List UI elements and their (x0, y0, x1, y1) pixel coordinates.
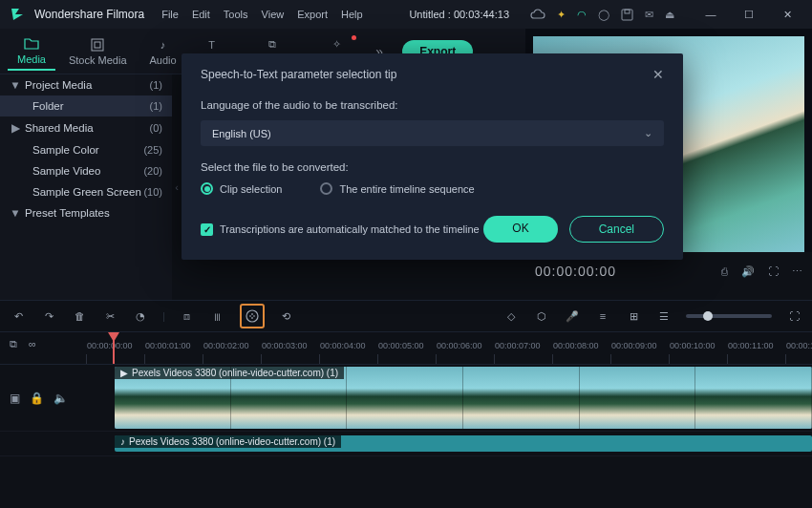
new-indicator-icon (352, 35, 356, 40)
audio-mixer-icon[interactable]: ⫼ (209, 307, 226, 325)
radio-clip-selection[interactable]: Clip selection (201, 182, 282, 195)
visibility-icon[interactable]: ▣ (10, 392, 20, 405)
playhead[interactable] (113, 332, 115, 365)
track-header[interactable]: ▣ 🔒 🔈 (0, 365, 86, 431)
window-controls: — ☐ ✕ (694, 3, 804, 26)
crop-icon[interactable]: ⧈ (179, 307, 196, 325)
undo-icon[interactable]: ↶ (10, 307, 27, 325)
mixer-icon[interactable]: ≡ (594, 307, 611, 325)
add-track-icon[interactable]: ⊞ (625, 307, 642, 325)
redo-icon[interactable]: ↷ (40, 307, 57, 325)
close-button[interactable]: ✕ (770, 3, 804, 26)
sidebar-item-sample-video[interactable]: Sample Video (20) (0, 160, 172, 181)
sidebar-item-sample-green-screen[interactable]: Sample Green Screen (10) (0, 181, 172, 202)
cloud-icon[interactable] (530, 9, 545, 20)
music-icon: ♪ (156, 37, 171, 53)
sidebar-label: Sample Video (29, 165, 143, 177)
tab-label: Stock Media (69, 54, 127, 66)
caret-down-icon: ▼ (10, 79, 21, 91)
track-header[interactable] (0, 432, 86, 455)
ruler-tick: 00:00:06:00 (436, 354, 494, 364)
ruler-tick: 00:00:04:00 (319, 354, 377, 364)
video-track: ▣ 🔒 🔈 ▶ Pexels Videos 3380 (online-video… (0, 365, 812, 432)
speed-icon[interactable]: ◔ (132, 307, 149, 325)
tab-media[interactable]: Media (8, 32, 55, 71)
tab-label: Media (17, 53, 46, 65)
save-icon[interactable] (621, 9, 633, 21)
zoom-fit-icon[interactable]: ⛶ (785, 307, 802, 325)
track-body[interactable]: ♪ Pexels Videos 3380 (online-video-cutte… (86, 432, 812, 455)
maximize-button[interactable]: ☐ (732, 3, 766, 26)
timeline-ruler[interactable]: ⧉ ∞ 00:00:00:0000:00:01:0000:00:02:0000:… (0, 332, 812, 365)
radio-label: Clip selection (220, 183, 282, 195)
stock-icon (90, 37, 105, 53)
menu-view[interactable]: View (262, 9, 285, 20)
minimize-button[interactable]: — (694, 3, 728, 26)
zoom-knob[interactable] (703, 311, 713, 321)
folder-icon (24, 36, 39, 52)
language-label: Language of the audio to be transcribed: (201, 99, 664, 111)
titlebar-icons: ✦ ◠ ◯ ✉ ⏏ (530, 9, 674, 21)
headphones-icon[interactable]: ◠ (577, 9, 587, 21)
delete-icon[interactable]: 🗑 (71, 307, 88, 325)
account-icon[interactable]: ◯ (598, 9, 609, 21)
auto-match-checkbox[interactable]: ✓ Transcriptions are automatically match… (201, 223, 480, 236)
play-icon: ▶ (120, 368, 128, 378)
radio-entire-timeline[interactable]: The entire timeline sequence (320, 182, 474, 195)
sidebar-item-preset-templates[interactable]: ▼ Preset Templates (0, 202, 172, 223)
language-select[interactable]: English (US) ⌄ (201, 120, 664, 146)
menu-edit[interactable]: Edit (192, 9, 210, 20)
fullscreen-icon[interactable]: ⛶ (768, 265, 779, 277)
refresh-icon[interactable]: ⟲ (278, 307, 295, 325)
sidebar-label: Shared Media (21, 122, 150, 134)
mute-icon[interactable]: 🔈 (53, 392, 68, 405)
document-title: Untitled : 00:03:44:13 (409, 9, 509, 20)
track-options-icon[interactable]: ☰ (655, 307, 673, 325)
voiceover-icon[interactable]: 🎤 (564, 307, 581, 325)
sidebar-count: (0) (150, 122, 162, 134)
ruler-tick: 00:00:10:00 (669, 354, 727, 364)
tab-audio[interactable]: ♪ Audio (140, 33, 186, 70)
menu-file[interactable]: File (161, 9, 179, 20)
camera-icon[interactable]: ⎙ (721, 265, 728, 277)
lightbulb-icon[interactable]: ✦ (557, 9, 566, 21)
menu-export[interactable]: Export (297, 9, 328, 20)
message-icon[interactable]: ✉ (645, 9, 653, 21)
menu-help[interactable]: Help (341, 9, 363, 20)
dialog-close-button[interactable]: ✕ (652, 67, 664, 82)
timeline-toolbar: ↶ ↷ 🗑 ✂ ◔ | ⧈ ⫼ ⟲ ◇ ⬡ 🎤 ≡ ⊞ ☰ ⛶ (0, 300, 812, 332)
volume-icon[interactable]: 🔊 (741, 265, 755, 278)
audio-clip[interactable]: ♪ Pexels Videos 3380 (online-video-cutte… (115, 435, 812, 452)
tab-stock-media[interactable]: Stock Media (59, 33, 137, 70)
effects-icon: ✧ (330, 37, 345, 53)
settings-icon[interactable]: ⋯ (792, 265, 802, 278)
snap-icon[interactable]: ⧉ (10, 338, 17, 350)
ruler-tick: 00:00:03:00 (261, 354, 319, 364)
clip-label: ♪ Pexels Videos 3380 (online-video-cutte… (115, 435, 341, 448)
menu-tools[interactable]: Tools (224, 9, 248, 20)
zoom-slider[interactable] (686, 314, 772, 318)
ruler-tick: 00:00:05:00 (377, 354, 436, 364)
mic-icon[interactable]: ⏏ (665, 9, 674, 21)
ruler-tick: 00:00:02:00 (203, 354, 261, 364)
shield-icon[interactable]: ⬡ (533, 307, 550, 325)
link-icon[interactable]: ∞ (29, 338, 36, 350)
sidebar-item-folder[interactable]: Folder (1) (0, 95, 172, 116)
sidebar-item-project-media[interactable]: ▼ Project Media (1) (0, 74, 172, 95)
speech-to-text-icon[interactable] (240, 304, 265, 328)
sidebar-label: Preset Templates (21, 207, 162, 219)
ruler-tick: 00:00:00:00 (86, 354, 144, 364)
svg-rect-0 (622, 10, 632, 20)
video-clip[interactable]: ▶ Pexels Videos 3380 (online-video-cutte… (115, 367, 812, 429)
track-body[interactable]: ▶ Pexels Videos 3380 (online-video-cutte… (86, 365, 812, 431)
ok-button[interactable]: OK (483, 216, 557, 243)
cancel-button[interactable]: Cancel (569, 216, 664, 243)
panel-resizer[interactable]: ‹ (172, 74, 182, 300)
audio-track: ♪ Pexels Videos 3380 (online-video-cutte… (0, 432, 812, 456)
lock-icon[interactable]: 🔒 (30, 392, 44, 405)
sidebar-item-shared-media[interactable]: ▶ Shared Media (0) (0, 116, 172, 139)
marker-icon[interactable]: ◇ (502, 307, 520, 325)
cut-icon[interactable]: ✂ (101, 307, 118, 325)
sidebar-item-sample-color[interactable]: Sample Color (25) (0, 139, 172, 160)
ruler-tick: 00:00:11:00 (727, 354, 785, 364)
